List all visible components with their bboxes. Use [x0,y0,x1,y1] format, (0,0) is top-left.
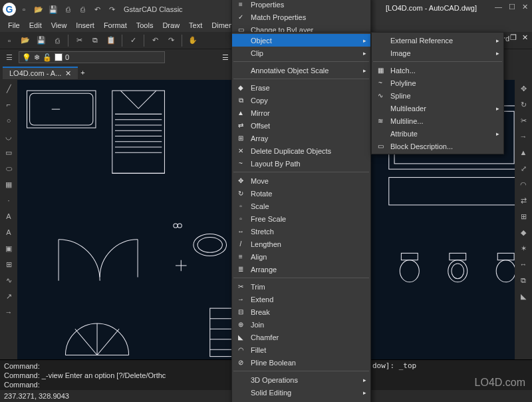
table-tool[interactable]: ⊞ [3,258,15,270]
app-logo[interactable]: G [3,3,16,16]
menu-item-rotate[interactable]: ↻Rotate [232,187,370,200]
fillet-tool[interactable]: ◠ [517,178,529,190]
menu-item-fillet[interactable]: ◠Fillet [232,343,370,356]
new-icon[interactable]: ▫ [19,4,29,15]
hatch-tool[interactable]: ▦ [3,178,15,190]
rectangle-tool[interactable]: ▭ [3,146,15,158]
menu-item-break[interactable]: ⊟Break [232,305,370,318]
menu-tools[interactable]: Tools [132,20,158,31]
ray-tool[interactable]: → [3,306,15,318]
menu-file[interactable]: File [4,20,24,31]
stretch-tool[interactable]: ↔ [517,258,529,270]
redo-icon[interactable]: ↷ [106,4,117,15]
layer-manager-icon[interactable]: ☰ [4,52,15,63]
circle-tool[interactable]: ○ [3,114,15,126]
scale-tool[interactable]: ⤢ [517,162,529,174]
document-tab[interactable]: LO4D.com - A... ✕ [3,67,78,79]
menu-item-chamfer[interactable]: ◣Chamfer [232,331,370,343]
menu-item-object[interactable]: Object [232,34,370,47]
menu-item-image[interactable]: Image [372,47,503,59]
construction-line-tool[interactable]: ↗ [3,290,15,302]
arc-tool[interactable]: ◡ [3,130,15,142]
menu-item-spline[interactable]: ∿Spline [372,89,503,102]
menu-item-erase[interactable]: ◆Erase [232,81,370,94]
copy-tool[interactable]: ⧉ [517,274,529,286]
redo-button[interactable]: ↷ [166,35,176,46]
open-button[interactable]: 📂 [20,35,31,46]
menu-item-copy[interactable]: ⧉Copy [232,94,370,106]
close-icon[interactable]: ✕ [522,3,528,11]
new-tab-button[interactable]: + [80,69,84,77]
menu-item-extend[interactable]: →Extend [232,293,370,305]
point-tool[interactable]: · [3,194,15,206]
menu-item-lengthen[interactable]: /Lengthen [232,238,370,250]
region-tool[interactable]: ▣ [3,242,15,254]
mirror-tool[interactable]: ▲ [517,146,529,158]
open-icon[interactable]: 📂 [33,4,44,15]
saveas-icon[interactable]: ⎙ [63,4,73,15]
menu-item-array[interactable]: ⊞Array [232,132,370,144]
plot-icon[interactable]: ⎙ [77,4,88,15]
print-button[interactable]: ⎙ [52,35,63,46]
tab-close-icon[interactable]: ✕ [65,69,71,78]
menu-item-join[interactable]: ⊕Join [232,318,370,331]
line-tool[interactable]: ╱ [3,83,15,95]
menu-item-delete-duplicate-objects[interactable]: ✕Delete Duplicate Objects [232,144,370,157]
menu-item-surface-editing[interactable]: Surface Editing [232,399,370,402]
minimize-icon[interactable]: — [495,3,502,11]
menu-item-multileader[interactable]: Multileader [372,102,503,114]
menu-item-stretch[interactable]: ↔Stretch [232,225,370,238]
undo-button[interactable]: ↶ [150,35,160,46]
erase-tool[interactable]: ◆ [517,226,529,238]
menu-item-scale[interactable]: ▫Scale [232,200,370,212]
menu-item-free-scale[interactable]: ▫Free Scale [232,212,370,225]
chamfer-tool[interactable]: ◣ [517,290,529,302]
cut-button[interactable]: ✂ [74,35,84,46]
mdi-close-icon[interactable]: ✕ [522,33,528,42]
layer-dropdown[interactable]: 💡 ❄ 🔓 0 [19,51,165,63]
new-button[interactable]: ▫ [4,35,15,46]
mtext-tool[interactable]: A [3,226,15,238]
menu-item-block-description[interactable]: ▭Block Description... [372,140,503,152]
rotate-tool[interactable]: ↻ [517,99,529,110]
polyline-tool[interactable]: ⌐ [3,99,15,110]
menu-item-mirror[interactable]: ▲Mirror [232,106,370,119]
explode-tool[interactable]: ✶ [517,242,529,254]
menu-item-solid-editing[interactable]: Solid Editing [232,386,370,399]
menu-item-trim[interactable]: ✂Trim [232,280,370,293]
save-button[interactable]: 💾 [36,35,47,46]
extend-tool[interactable]: → [517,130,529,142]
menu-item-attribute[interactable]: Attribute [372,127,503,140]
pan-button[interactable]: ✋ [188,35,198,46]
menu-item-offset[interactable]: ⇄Offset [232,119,370,132]
menu-item-3d-operations[interactable]: 3D Operations [232,373,370,386]
spline-tool[interactable]: ∿ [3,274,15,286]
menu-item-pline-boolean[interactable]: ⊘Pline Boolean [232,356,370,369]
menu-view[interactable]: View [47,20,71,31]
menu-item-polyline[interactable]: ~Polyline [372,77,503,89]
menu-item-clip[interactable]: Clip [232,47,370,59]
menu-item-arrange[interactable]: ≣Arrange [232,263,370,276]
menu-insert[interactable]: Insert [72,20,98,31]
array-tool[interactable]: ⊞ [517,210,529,222]
menu-edit[interactable]: Edit [25,20,46,31]
menu-item-hatch[interactable]: ▦Hatch... [372,64,503,77]
menu-format[interactable]: Format [100,20,131,31]
menu-item-move[interactable]: ✥Move [232,174,370,187]
menu-item-match-properties[interactable]: ✓Match Properties [232,11,370,23]
workspace-label[interactable]: GstarCAD Classic [124,5,183,13]
ellipse-tool[interactable]: ⬭ [3,162,15,174]
copy-button[interactable]: ⧉ [90,35,100,46]
paste-button[interactable]: 📋 [106,35,116,46]
maximize-icon[interactable]: ☐ [509,3,515,11]
menu-item-properties[interactable]: ≡Properties [232,0,370,11]
save-icon[interactable]: 💾 [48,4,59,15]
trim-tool[interactable]: ✂ [517,114,529,126]
mdi-restore-icon[interactable]: ❐ [510,33,517,42]
menu-item-align[interactable]: ≡Align [232,250,370,263]
matchprop-button[interactable]: ✓ [128,35,138,46]
menu-item-external-reference[interactable]: External Reference [372,34,503,47]
menu-item-multiline[interactable]: ≋Multiline... [372,114,503,127]
offset-tool[interactable]: ⇄ [517,194,529,206]
menu-text[interactable]: Text [185,20,206,31]
